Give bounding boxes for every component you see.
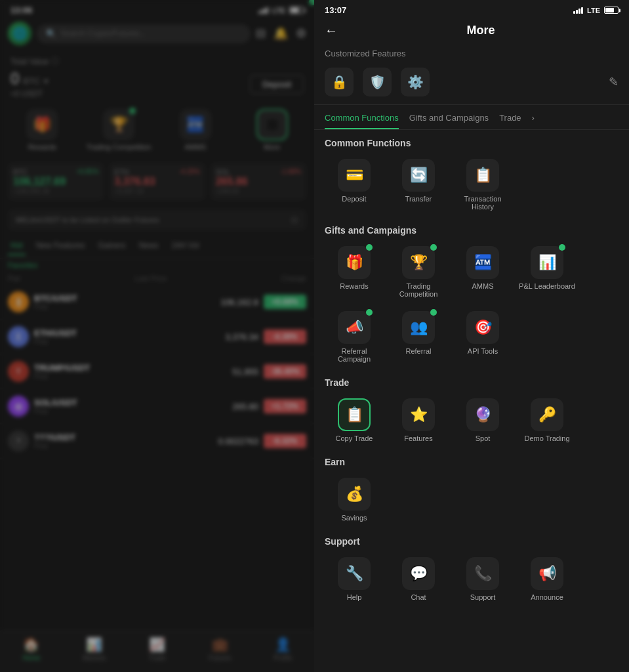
demo-trading-icon: 🔑 <box>538 406 556 423</box>
announcement-close[interactable]: ⊟ <box>291 215 298 225</box>
left-time: 13:06 <box>10 5 32 15</box>
grid-deposit[interactable]: 💳 Deposit <box>325 155 384 215</box>
nav-markets-label: Markets <box>83 654 106 662</box>
quick-action-rewards[interactable]: 🎁 Rewards <box>5 109 79 151</box>
tab-gifts[interactable]: Gifts and Campaigns <box>409 108 489 129</box>
nav-trade-label: Trade <box>149 654 166 662</box>
search-bar[interactable]: 🔍 Search Crypto/Futures... <box>37 24 251 43</box>
amms-label: AMMS <box>184 143 206 151</box>
copy-trade-icon: 📋 <box>346 406 363 423</box>
rewards-label: Rewards <box>28 143 56 151</box>
home-icon: 🏠 <box>23 637 39 652</box>
ticker-row: BTC +0.85% 106,127.69 ≈106,935.36 ETH -4… <box>0 158 314 205</box>
txn-history-icon: 📋 <box>474 167 492 184</box>
grid-txn-history[interactable]: 📋 Transaction History <box>453 155 512 215</box>
settings-icon[interactable]: ⚙ <box>296 26 306 41</box>
grid-demo-trading[interactable]: 🔑 Demo Trading <box>517 394 577 446</box>
tab-trade[interactable]: Trade <box>499 108 521 129</box>
edit-icon[interactable]: ✎ <box>609 75 619 89</box>
quick-action-trading[interactable]: 🏆 Trading Competition <box>82 109 156 151</box>
right-signal-bars <box>573 7 583 14</box>
grid-savings[interactable]: 💰 Savings <box>325 474 384 526</box>
nav-home-label: Home <box>23 654 41 662</box>
nav-futures[interactable]: 💼 Futures <box>188 637 251 662</box>
grid-transfer[interactable]: 🔄 Transfer <box>389 155 448 215</box>
quick-action-amms[interactable]: 🏧 AMMS <box>159 109 233 151</box>
info-icon: ⓘ <box>51 56 59 67</box>
custom-icon-1[interactable]: 🔒 <box>325 68 354 96</box>
api-tools-icon-box: 🎯 <box>466 311 499 344</box>
scan-icon[interactable]: ⊟ <box>256 26 266 41</box>
custom-icon-3-glyph: ⚙️ <box>407 74 424 90</box>
grid-api-tools[interactable]: 🎯 API Tools <box>453 307 512 367</box>
network-type: LTE <box>272 7 285 14</box>
referral-icon-box: 👥 <box>402 311 435 344</box>
quick-action-more[interactable]: ⊞ More <box>235 109 309 151</box>
transfer-icon: 🔄 <box>410 167 428 184</box>
grid-support-1[interactable]: 🔧 Help <box>325 553 384 605</box>
market-row-sol[interactable]: ◎ SOL/USDT Perp 265.80 +1.72% <box>0 389 314 424</box>
nav-trade[interactable]: 📈 Trade <box>126 637 189 662</box>
deposit-button[interactable]: Deposit <box>250 75 304 94</box>
tab-new-features[interactable]: New Features <box>33 237 88 255</box>
market-row-btc[interactable]: ₿ BTC/USDT Perp 106,162.8 +0.68% <box>0 285 314 320</box>
grid-trading-comp[interactable]: 🏆 Trading Competition <box>389 242 448 302</box>
grid-support-4[interactable]: 📢 Announce <box>517 553 577 605</box>
custom-icon-3[interactable]: ⚙️ <box>401 68 430 96</box>
sol-ticker[interactable]: SOL -1.68% 265.86 ≈268.65 <box>211 163 306 200</box>
support-2-label: Chat <box>411 593 426 601</box>
tab-news[interactable]: News <box>136 237 161 255</box>
referral-icon: 👥 <box>410 319 428 336</box>
trump-coin-info: TRUMP/USDT Perp <box>34 363 144 380</box>
nav-home[interactable]: 🏠 Home <box>0 637 63 662</box>
savings-label: Savings <box>341 514 367 522</box>
tab-hot[interactable]: Hot <box>8 237 26 255</box>
grid-support-2[interactable]: 💬 Chat <box>389 553 448 605</box>
tab-common-functions[interactable]: Common Functions <box>325 108 399 129</box>
nav-profile[interactable]: 👤 Profile <box>251 637 314 662</box>
left-header: 🌐 🔍 Search Crypto/Futures... ⊟ 🔔 ⚙ <box>0 18 314 49</box>
battery-icon <box>289 7 304 14</box>
tab-more-arrow[interactable]: › <box>532 108 535 129</box>
eth-change-badge: -4.38% <box>264 329 306 344</box>
grid-features[interactable]: ⭐ Features <box>389 394 448 446</box>
customized-label: Customized Features <box>314 43 629 62</box>
grid-amms[interactable]: 🏧 AMMS <box>453 242 512 302</box>
btc-ticker[interactable]: BTC +0.85% 106,127.69 ≈106,935.36 <box>8 163 104 200</box>
tab-24h-vol[interactable]: 24H Vol <box>169 237 201 255</box>
earn-grid: 💰 Savings <box>314 471 629 528</box>
header-icons: ⊟ 🔔 ⚙ <box>256 26 306 41</box>
grid-referral[interactable]: 👥 Referral <box>389 307 448 367</box>
grid-spot[interactable]: 🔮 Spot <box>453 394 512 446</box>
btc-price-info: 106,162.8 <box>149 297 258 307</box>
back-button[interactable]: ← <box>325 23 338 38</box>
grid-pnl-leaderboard[interactable]: 📊 P&L Leaderboard <box>517 242 577 302</box>
tab-gainers[interactable]: Gainers <box>95 237 128 255</box>
nav-markets[interactable]: 📊 Markets <box>63 637 126 662</box>
col-change: Change <box>281 274 306 282</box>
custom-icon-1-glyph: 🔒 <box>331 74 348 90</box>
eth-ticker[interactable]: ETH -4.25% 3,376.83 ≈3,267.19 <box>109 163 205 200</box>
demo-trading-label: Demo Trading <box>524 434 569 442</box>
custom-icon-2[interactable]: 🛡️ <box>363 68 392 96</box>
right-time: 13:07 <box>325 5 346 15</box>
features-label: Features <box>404 434 432 442</box>
grid-referral-campaign[interactable]: 📣 Referral Campaign <box>325 307 384 367</box>
market-row-trump[interactable]: T TRUMP/USDT Perp 51,955 -36.40% <box>0 354 314 389</box>
avatar[interactable]: 🌐 <box>8 22 31 45</box>
btc-dropdown[interactable]: ▾ <box>44 76 49 86</box>
support-grid: 🔧 Help 💬 Chat 📞 Support 📢 Announce <box>314 551 629 608</box>
ref-campaign-label: Referral Campaign <box>325 347 384 363</box>
announcement-banner[interactable]: MELitreUSDT to be Listed on Outlier Futu… <box>8 209 306 230</box>
support-4-icon-box: 📢 <box>531 557 563 590</box>
grid-copy-trade[interactable]: 📋 Copy Trade <box>325 394 384 446</box>
grid-support-3[interactable]: 📞 Support <box>453 553 512 605</box>
pnl-label: P&L Leaderboard <box>519 282 575 290</box>
market-row-other[interactable]: ? ???/USDT Perp 0.0022763 -6.32% <box>0 424 314 459</box>
market-row-eth[interactable]: Ξ ETH/USDT Perp 3,376.34 -4.38% <box>0 320 314 354</box>
grid-rewards[interactable]: 🎁 Rewards <box>325 242 384 302</box>
bell-icon[interactable]: 🔔 <box>274 26 288 41</box>
txn-history-icon-box: 📋 <box>466 159 499 192</box>
more-icon-box: ⊞ <box>256 109 288 140</box>
trump-change-badge: -36.40% <box>264 364 306 379</box>
